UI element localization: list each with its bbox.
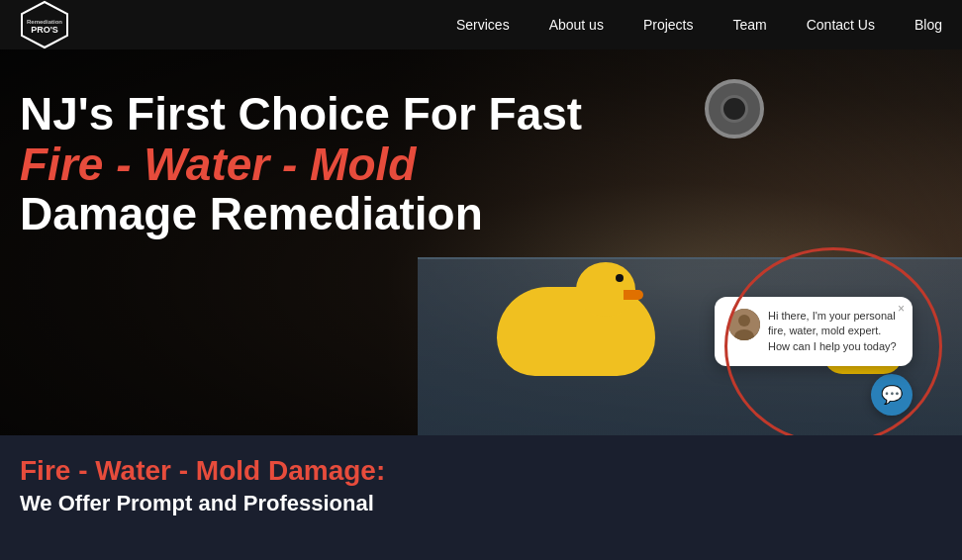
nav-item-contact[interactable]: Contact Us xyxy=(807,16,875,34)
nav-item-blog[interactable]: Blog xyxy=(914,16,942,34)
avatar-icon xyxy=(728,309,760,340)
chat-icon: 💬 xyxy=(881,384,903,406)
below-hero-section: Fire - Water - Mold Damage: We Offer Pro… xyxy=(0,435,962,560)
camera-prop xyxy=(705,79,764,139)
chat-widget: Hi there, I'm your personal fire, water,… xyxy=(715,297,913,416)
chat-open-button[interactable]: 💬 xyxy=(871,374,913,416)
nav-link-team[interactable]: Team xyxy=(732,17,766,33)
nav-link-contact[interactable]: Contact Us xyxy=(807,17,875,33)
hero-line2: Fire - Water - Mold xyxy=(20,140,582,190)
duck-beak-big xyxy=(624,290,643,300)
logo-hex-icon: Remediation PRO'S xyxy=(20,0,69,49)
hero-line1: NJ's First Choice For Fast xyxy=(20,89,582,140)
nav-link-services[interactable]: Services xyxy=(456,17,510,33)
chat-close-button[interactable]: × xyxy=(898,303,905,315)
nav-item-about[interactable]: About us xyxy=(549,16,604,34)
nav-item-team[interactable]: Team xyxy=(732,16,766,34)
svg-point-4 xyxy=(738,315,750,327)
nav-item-projects[interactable]: Projects xyxy=(643,16,694,34)
nav-item-services[interactable]: Services xyxy=(456,16,510,34)
navbar: Remediation PRO'S NewJersey Services Abo… xyxy=(0,0,962,49)
svg-text:PRO'S: PRO'S xyxy=(31,25,58,35)
nav-link-blog[interactable]: Blog xyxy=(914,17,942,33)
nav-link-about[interactable]: About us xyxy=(549,17,604,33)
logo[interactable]: Remediation PRO'S NewJersey xyxy=(20,0,69,49)
camera-lens xyxy=(721,95,748,123)
nav-links: Services About us Projects Team Contact … xyxy=(456,16,942,34)
hero-text: NJ's First Choice For Fast Fire - Water … xyxy=(0,89,602,239)
duck-eye-big xyxy=(616,274,624,282)
hero-line3: Damage Remediation xyxy=(20,189,582,239)
duck-head-big xyxy=(576,262,635,317)
below-hero-subtitle: We Offer Prompt and Professional xyxy=(20,491,942,516)
below-hero-title: Fire - Water - Mold Damage: xyxy=(20,455,942,487)
duck-big xyxy=(497,257,655,376)
chat-message: Hi there, I'm your personal fire, water,… xyxy=(768,309,899,354)
hero-section: NJ's First Choice For Fast Fire - Water … xyxy=(0,49,962,435)
chat-bubble: Hi there, I'm your personal fire, water,… xyxy=(715,297,913,366)
chat-avatar xyxy=(728,309,760,340)
nav-link-projects[interactable]: Projects xyxy=(643,17,694,33)
